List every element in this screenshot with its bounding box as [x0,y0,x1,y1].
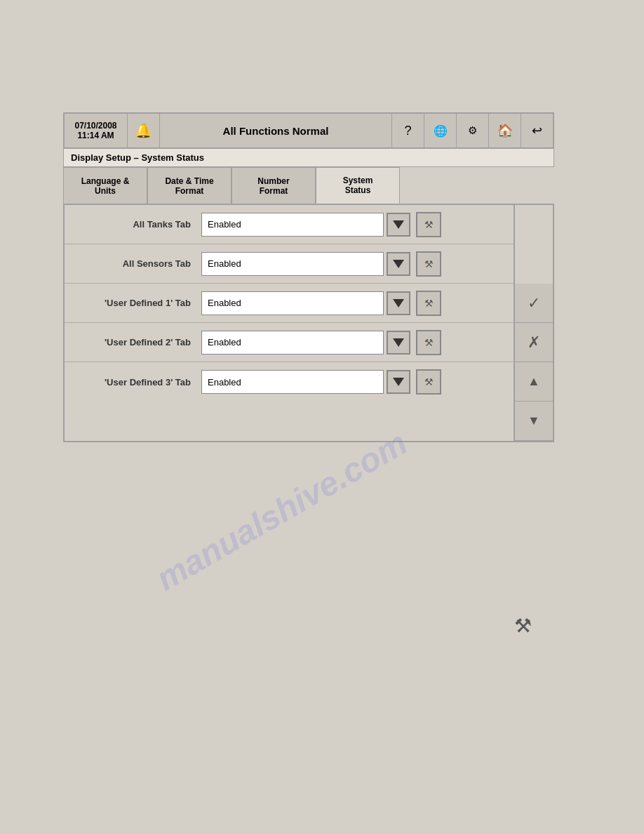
all-sensors-dropdown-btn[interactable] [387,252,410,276]
tab-lang-units[interactable]: Language &Units [63,167,147,204]
user-defined-3-wrench-btn[interactable]: ⚒ [416,369,441,395]
breadcrumb: Display Setup – System Status [63,149,554,167]
header-bar: 07/10/2008 11:14 AM 🔔 All Functions Norm… [63,112,554,149]
watermark: manualshive.com [149,423,413,598]
all-tanks-label: All Tanks Tab [65,219,201,230]
home-button[interactable]: 🏠 [488,114,521,147]
content-padding [65,402,514,441]
all-tanks-wrench-btn[interactable]: ⚒ [416,212,441,237]
header-status: All Functions Normal [160,125,391,137]
help-button[interactable]: ? [391,114,424,147]
user-defined-1-wrench-btn[interactable]: ⚒ [416,291,441,316]
scroll-down-button[interactable]: ▼ [515,402,553,441]
all-sensors-wrench-btn[interactable]: ⚒ [416,251,441,277]
wrench-icon: ⚒ [424,219,434,230]
all-sensors-dropdown-value: Enabled [201,252,384,276]
user-defined-3-dropdown-value: Enabled [201,370,384,394]
tabs-row: Language &Units Date & TimeFormat Number… [63,167,554,204]
table-row: 'User Defined 1' Tab Enabled ⚒ [65,284,514,323]
user-defined-1-control: Enabled ⚒ [201,291,514,316]
chevron-down-icon [393,299,404,307]
tab-date-time[interactable]: Date & TimeFormat [147,167,232,204]
user-defined-2-dropdown-value: Enabled [201,331,384,355]
user-defined-2-dropdown-btn[interactable] [387,331,410,355]
header-date: 07/10/2008 [74,121,116,131]
chevron-down-icon [393,378,404,386]
wrench-icon: ⚒ [424,376,434,388]
tab-number-format[interactable]: NumberFormat [232,167,316,204]
back-button[interactable]: ↩ [521,114,553,147]
content-main: All Tanks Tab Enabled ⚒ All Sensors Tab [65,205,514,441]
settings-button[interactable]: ⚙ [456,114,488,147]
user-defined-3-label: 'User Defined 3' Tab [65,377,201,388]
user-defined-1-label: 'User Defined 1' Tab [65,298,201,308]
table-row: 'User Defined 3' Tab Enabled ⚒ [65,362,514,402]
table-row: All Sensors Tab Enabled ⚒ [65,244,514,284]
user-defined-2-label: 'User Defined 2' Tab [65,337,201,348]
table-row: All Tanks Tab Enabled ⚒ [65,205,514,244]
bell-icon[interactable]: 🔔 [128,114,160,147]
chevron-down-icon [393,260,404,268]
all-tanks-dropdown-btn[interactable] [387,213,410,237]
network-button[interactable]: 🌐 [424,114,456,147]
user-defined-1-dropdown-btn[interactable] [387,291,410,315]
header-datetime: 07/10/2008 11:14 AM [65,114,128,147]
header-icons: ? 🌐 ⚙ 🏠 ↩ [391,114,553,147]
chevron-down-icon [393,338,404,347]
wrench-icon: ⚒ [424,258,434,270]
confirm-button[interactable]: ✓ [515,284,553,323]
user-defined-3-control: Enabled ⚒ [201,369,514,395]
scroll-up-button[interactable]: ▲ [515,362,553,402]
chevron-down-icon [393,220,404,229]
main-container: 07/10/2008 11:14 AM 🔔 All Functions Norm… [63,112,554,442]
all-sensors-label: All Sensors Tab [65,258,201,269]
user-defined-2-wrench-btn[interactable]: ⚒ [416,330,441,355]
bottom-wrench-icon: ⚒ [514,614,532,637]
all-tanks-dropdown-value: Enabled [201,213,384,237]
user-defined-1-dropdown-value: Enabled [201,291,384,315]
table-row: 'User Defined 2' Tab Enabled ⚒ [65,323,514,362]
wrench-icon: ⚒ [424,337,434,348]
all-tanks-control: Enabled ⚒ [201,212,514,237]
user-defined-2-control: Enabled ⚒ [201,330,514,355]
tab-system-status[interactable]: SystemStatus [316,167,400,204]
sidebar-buttons: ✓ ✗ ▲ ▼ [514,205,553,441]
header-time: 11:14 AM [77,131,114,140]
content-area: All Tanks Tab Enabled ⚒ All Sensors Tab [63,204,554,442]
all-sensors-control: Enabled ⚒ [201,251,514,277]
wrench-icon: ⚒ [424,298,434,309]
user-defined-3-dropdown-btn[interactable] [387,370,410,394]
cancel-button[interactable]: ✗ [515,323,553,362]
